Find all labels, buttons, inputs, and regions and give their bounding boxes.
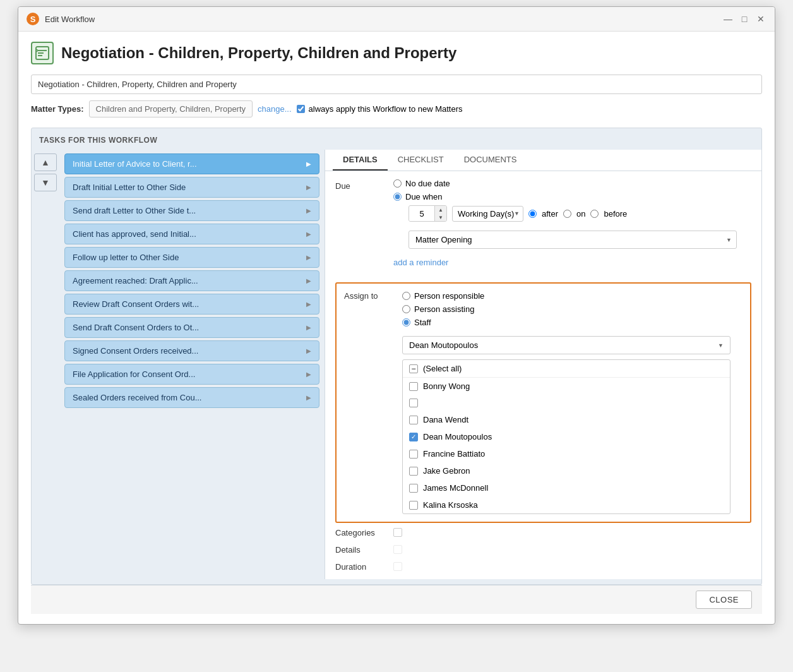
working-days-select-wrapper: Working Day(s) Calendar Day(s) ▼ [452, 206, 523, 222]
assign-radios: Person responsible Person assisting Staf… [402, 291, 730, 514]
task-item-label: Agreement reached: Draft Applic... [73, 276, 198, 285]
task-item[interactable]: Follow up letter to Other Side ▶ [64, 247, 319, 268]
staff-checkbox[interactable] [409, 450, 418, 459]
task-item[interactable]: Send draft Letter to Other Side t... ▶ [64, 200, 319, 221]
after-label: after [542, 209, 558, 219]
staff-name: James McDonnell [423, 483, 488, 493]
staff-checkbox[interactable] [409, 467, 418, 476]
staff-name: Jake Gebron [423, 466, 470, 476]
person-responsible-radio[interactable] [402, 292, 410, 300]
tab-checklist[interactable]: CHECKLIST [388, 150, 454, 171]
staff-checkbox[interactable] [409, 416, 418, 424]
staff-dropdown-row: Dean Moutopoulos ▼ [402, 336, 730, 354]
after-radio[interactable] [528, 210, 537, 218]
staff-item[interactable]: Francine Battiato [403, 445, 730, 462]
extra-fields: Categories Details Duration [335, 528, 751, 572]
task-item[interactable]: Client has approved, send Initial... ▶ [64, 224, 319, 244]
task-item-label: Follow up letter to Other Side [73, 253, 179, 262]
nav-buttons: ▲ ▼ [32, 150, 59, 579]
task-item[interactable]: File Application for Consent Ord... ▶ [64, 364, 319, 385]
move-up-button[interactable]: ▲ [34, 153, 57, 171]
titlebar-left: S Edit Workflow [26, 12, 95, 26]
task-item-label: Signed Consent Orders received... [73, 346, 198, 356]
staff-checkbox[interactable] [409, 399, 418, 407]
task-item[interactable]: Review Draft Consent Orders wit... ▶ [64, 294, 319, 315]
on-radio[interactable] [563, 210, 571, 218]
workflow-name-input[interactable] [31, 75, 762, 94]
staff-dropdown[interactable]: Dean Moutopoulos ▼ [402, 336, 730, 354]
task-item[interactable]: Draft Initial Letter to Other Side ▶ [64, 177, 319, 198]
matter-opening-select-wrapper: Matter Opening Matter Closing ▼ [408, 231, 737, 249]
task-item-label: Send Draft Consent Orders to Ot... [73, 323, 199, 332]
no-due-date-label: No due date [405, 179, 450, 188]
task-item[interactable]: Signed Consent Orders received... ▶ [64, 340, 319, 361]
staff-item[interactable]: ✓ Dean Moutopoulos [403, 428, 730, 445]
select-all-row[interactable]: − (Select all) [403, 360, 730, 378]
change-link[interactable]: change... [258, 104, 292, 114]
workflow-header-icon [35, 45, 50, 61]
staff-item[interactable] [403, 395, 730, 411]
task-list-panel: Initial Letter of Advice to Client, r...… [59, 150, 325, 579]
staff-radio[interactable] [402, 318, 410, 327]
task-arrow-icon: ▶ [306, 347, 311, 354]
categories-checkbox[interactable] [393, 528, 402, 537]
staff-item[interactable]: Jake Gebron [403, 462, 730, 479]
task-item-label: Sealed Orders received from Cou... [73, 393, 201, 402]
main-content: Negotiation - Children, Property, Childr… [18, 32, 775, 624]
tab-documents[interactable]: DOCUMENTS [454, 150, 527, 171]
person-assisting-radio[interactable] [402, 305, 410, 313]
matter-opening-select[interactable]: Matter Opening Matter Closing [408, 231, 737, 249]
days-input[interactable] [409, 207, 434, 221]
tab-details[interactable]: DETAILS [333, 150, 388, 171]
task-item[interactable]: Agreement reached: Draft Applic... ▶ [64, 270, 319, 291]
staff-name: Bonny Wong [423, 381, 470, 391]
matter-opening-row: Matter Opening Matter Closing ▼ [408, 231, 737, 249]
spinner-up-button[interactable]: ▲ [435, 206, 446, 213]
staff-item[interactable]: Dana Wendt [403, 411, 730, 428]
details-form-label: Details [335, 545, 386, 555]
staff-checkbox[interactable] [409, 501, 418, 510]
move-down-button[interactable]: ▼ [34, 174, 57, 191]
staff-checkbox-checked[interactable]: ✓ [409, 433, 418, 441]
matter-types-row: Matter Types: Children and Property, Chi… [31, 100, 762, 117]
select-all-checkbox[interactable]: − [409, 364, 418, 373]
always-apply-checkbox[interactable] [297, 105, 305, 113]
task-item-label: Client has approved, send Initial... [73, 229, 196, 239]
bottom-bar: CLOSE [31, 585, 762, 614]
maximize-button[interactable]: □ [738, 13, 751, 25]
task-item-label: Draft Initial Letter to Other Side [73, 183, 186, 192]
task-item[interactable]: Send Draft Consent Orders to Ot... ▶ [64, 317, 319, 338]
task-item[interactable]: Initial Letter of Advice to Client, r...… [64, 153, 319, 174]
select-all-label: (Select all) [423, 364, 462, 373]
close-button[interactable]: ✕ [754, 13, 767, 25]
staff-name: Francine Battiato [423, 449, 485, 459]
svg-text:S: S [30, 15, 36, 24]
categories-label: Categories [335, 528, 386, 537]
person-responsible-label: Person responsible [414, 291, 484, 301]
window-title: Edit Workflow [45, 15, 95, 24]
before-radio[interactable] [590, 210, 599, 218]
staff-item[interactable]: Kalina Krsoska [403, 496, 730, 513]
task-arrow-icon: ▶ [306, 254, 311, 261]
working-days-select[interactable]: Working Day(s) Calendar Day(s) [452, 206, 523, 222]
task-arrow-icon: ▶ [306, 231, 311, 237]
staff-item[interactable]: Bonny Wong [403, 378, 730, 395]
spinner-down-button[interactable]: ▼ [435, 213, 446, 221]
task-item-label: Initial Letter of Advice to Client, r... [73, 159, 197, 169]
no-due-date-option: No due date [393, 179, 737, 188]
details-checkbox[interactable] [393, 545, 402, 554]
task-arrow-icon: ▶ [306, 394, 311, 401]
add-reminder-link[interactable]: add a reminder [393, 258, 737, 267]
duration-checkbox[interactable] [393, 562, 402, 571]
minimize-button[interactable]: — [722, 13, 734, 25]
close-button[interactable]: CLOSE [696, 591, 752, 609]
staff-checkbox[interactable] [409, 382, 418, 391]
staff-item[interactable]: James McDonnell [403, 479, 730, 496]
task-item[interactable]: Sealed Orders received from Cou... ▶ [64, 387, 319, 408]
tabs-row: DETAILS CHECKLIST DOCUMENTS [325, 150, 761, 171]
due-when-radio[interactable] [393, 193, 402, 201]
staff-checkbox[interactable] [409, 484, 418, 493]
due-when-label: Due when [405, 192, 443, 201]
assign-to-row: Assign to Person responsible Person assi… [344, 291, 742, 514]
no-due-date-radio[interactable] [393, 179, 402, 188]
